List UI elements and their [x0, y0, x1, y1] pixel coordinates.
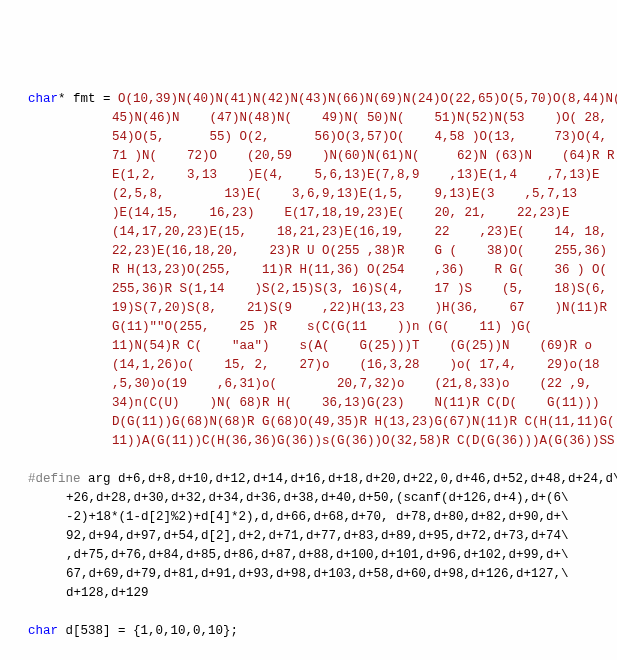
code-line: 71 )N( 72)O (20,59 )N(60)N(61)N( 62)N (6…: [28, 147, 607, 166]
code-line: 19)S(7,20)S(8, 21)S(9 ,22)H(13,23 )H(36,…: [28, 299, 607, 318]
code-token: R H(13,23)O(255, 11)R H(11,36) O(254 ,36…: [112, 263, 607, 277]
code-token: D(G(11))G(68)N(68)R G(68)O(49,35)R H(13,…: [112, 415, 615, 429]
code-line: 92,d+94,d+97,d+54,d[2],d+2,d+71,d+77,d+8…: [28, 527, 607, 546]
code-token: 71 )N( 72)O (20,59 )N(60)N(61)N( 62)N (6…: [112, 149, 615, 163]
code-line: 45)N(46)N (47)N(48)N( 49)N( 50)N( 51)N(5…: [28, 109, 607, 128]
blank-line: [28, 451, 607, 470]
code-token: d+128,d+129: [66, 586, 149, 600]
code-line: 34)n(C(U) )N( 68)R H( 36,13)G(23) N(11)R…: [28, 394, 607, 413]
code-token: char: [28, 624, 58, 638]
code-token: 22,23)E(16,18,20, 23)R U O(255 ,38)R G (…: [112, 244, 607, 258]
code-line: ,d+75,d+76,d+84,d+85,d+86,d+87,d+88,d+10…: [28, 546, 607, 565]
code-line: +26,d+28,d+30,d+32,d+34,d+36,d+38,d+40,d…: [28, 489, 607, 508]
code-line: 22,23)E(16,18,20, 23)R U O(255 ,38)R G (…: [28, 242, 607, 261]
code-token: 67,d+69,d+79,d+81,d+91,d+93,d+98,d+103,d…: [66, 567, 569, 581]
code-line: (2,5,8, 13)E( 3,6,9,13)E(1,5, 9,13)E(3 ,…: [28, 185, 607, 204]
code-token: 45)N(46)N (47)N(48)N( 49)N( 50)N( 51)N(5…: [112, 111, 607, 125]
code-token: )E(14,15, 16,23) E(17,18,19,23)E( 20, 21…: [112, 206, 570, 220]
code-line: d+128,d+129: [28, 584, 607, 603]
code-line: R H(13,23)O(255, 11)R H(11,36) O(254 ,36…: [28, 261, 607, 280]
code-token: 19)S(7,20)S(8, 21)S(9 ,22)H(13,23 )H(36,…: [112, 301, 607, 315]
code-line: -2)+18*(1-d[2]%2)+d[4]*2),d,d+66,d+68,d+…: [28, 508, 607, 527]
code-token: 54)O(5, 55) O(2, 56)O(3,57)O( 4,58 )O(13…: [112, 130, 607, 144]
code-token: char: [28, 92, 58, 106]
code-token: 34)n(C(U) )N( 68)R H( 36,13)G(23) N(11)R…: [112, 396, 600, 410]
code-token: #define: [28, 472, 81, 486]
code-token: 11)N(54)R C( "aa") s(A( G(25)))T (G(25))…: [112, 339, 592, 353]
code-line: 67,d+69,d+79,d+81,d+91,d+93,d+98,d+103,d…: [28, 565, 607, 584]
code-line: #define arg d+6,d+8,d+10,d+12,d+14,d+16,…: [28, 470, 607, 489]
code-line: 255,36)R S(1,14 )S(2,15)S(3, 16)S(4, 17 …: [28, 280, 607, 299]
code-line: 11))A(G(11))C(H(36,36)G(36))s(G(36))O(32…: [28, 432, 607, 451]
code-line: E(1,2, 3,13 )E(4, 5,6,13)E(7,8,9 ,13)E(1…: [28, 166, 607, 185]
code-line: char* fmt = O(10,39)N(40)N(41)N(42)N(43)…: [28, 90, 607, 109]
code-token: (14,17,20,23)E(15, 18,21,23)E(16,19, 22 …: [112, 225, 607, 239]
code-token: 92,d+94,d+97,d+54,d[2],d+2,d+71,d+77,d+8…: [66, 529, 569, 543]
code-token: (14,1,26)o( 15, 2, 27)o (16,3,28 )o( 17,…: [112, 358, 600, 372]
code-token: arg d+6,d+8,d+10,d+12,d+14,d+16,d+18,d+2…: [81, 472, 617, 486]
code-token: d[538] = {1,0,10,0,10};: [58, 624, 238, 638]
code-line: )E(14,15, 16,23) E(17,18,19,23)E( 20, 21…: [28, 204, 607, 223]
code-token: 255,36)R S(1,14 )S(2,15)S(3, 16)S(4, 17 …: [112, 282, 607, 296]
code-line: char d[538] = {1,0,10,0,10};: [28, 622, 607, 641]
code-line: 54)O(5, 55) O(2, 56)O(3,57)O( 4,58 )O(13…: [28, 128, 607, 147]
code-token: -2)+18*(1-d[2]%2)+d[4]*2),d,d+66,d+68,d+…: [66, 510, 569, 524]
code-token: O(10,39)N(40)N(41)N(42)N(43)N(66)N(69)N(…: [118, 92, 617, 106]
blank-line: [28, 603, 607, 622]
code-token: * fmt =: [58, 92, 118, 106]
code-line: (14,17,20,23)E(15, 18,21,23)E(16,19, 22 …: [28, 223, 607, 242]
code-token: 11))A(G(11))C(H(36,36)G(36))s(G(36))O(32…: [112, 434, 615, 448]
code-line: D(G(11))G(68)N(68)R G(68)O(49,35)R H(13,…: [28, 413, 607, 432]
code-line: ,5,30)o(19 ,6,31)o( 20,7,32)o (21,8,33)o…: [28, 375, 607, 394]
blank-line: [28, 641, 607, 660]
code-line: G(11)""O(255, 25 )R s(C(G(11 ))n (G( 11)…: [28, 318, 607, 337]
code-token: ,d+75,d+76,d+84,d+85,d+86,d+87,d+88,d+10…: [66, 548, 569, 562]
code-token: +26,d+28,d+30,d+32,d+34,d+36,d+38,d+40,d…: [66, 491, 569, 505]
code-listing: char* fmt = O(10,39)N(40)N(41)N(42)N(43)…: [28, 90, 607, 660]
code-line: 11)N(54)R C( "aa") s(A( G(25)))T (G(25))…: [28, 337, 607, 356]
code-token: E(1,2, 3,13 )E(4, 5,6,13)E(7,8,9 ,13)E(1…: [112, 168, 600, 182]
code-token: G(11)""O(255, 25 )R s(C(G(11 ))n (G( 11)…: [112, 320, 532, 334]
code-token: ,5,30)o(19 ,6,31)o( 20,7,32)o (21,8,33)o…: [112, 377, 592, 391]
code-line: (14,1,26)o( 15, 2, 27)o (16,3,28 )o( 17,…: [28, 356, 607, 375]
code-token: (2,5,8, 13)E( 3,6,9,13)E(1,5, 9,13)E(3 ,…: [112, 187, 577, 201]
